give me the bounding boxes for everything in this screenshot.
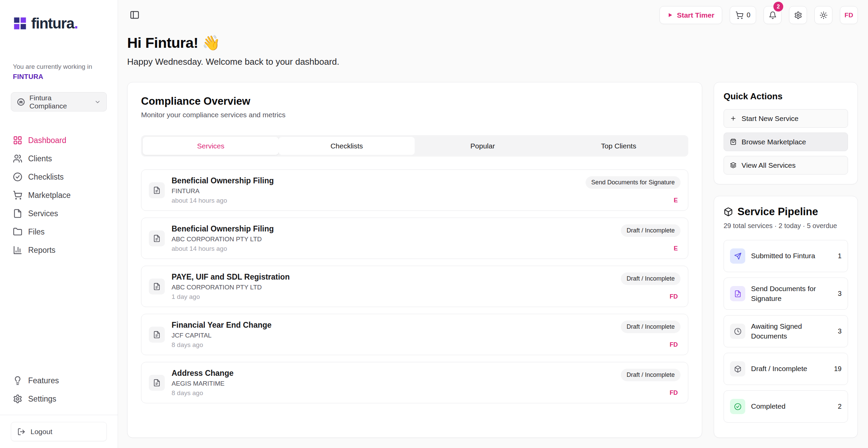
status-badge: Send Documents for Signature bbox=[586, 176, 680, 189]
cart-count: 0 bbox=[747, 11, 750, 19]
sidebar-item-checklists[interactable]: Checklists bbox=[11, 168, 107, 186]
chevron-down-icon bbox=[94, 99, 101, 105]
sidebar-toggle-button[interactable] bbox=[127, 7, 142, 22]
stage-completed[interactable]: Completed 2 bbox=[724, 390, 848, 423]
sidebar-item-settings[interactable]: Settings bbox=[11, 390, 107, 408]
sidebar-item-marketplace[interactable]: Marketplace bbox=[11, 186, 107, 204]
service-name: Financial Year End Change bbox=[172, 321, 621, 330]
sidebar-item-services[interactable]: Services bbox=[11, 204, 107, 223]
service-info: Address Change AEGIS MARITIME 8 days ago bbox=[172, 369, 621, 397]
services-list: Beneficial Ownership Filing FINTURA abou… bbox=[141, 169, 688, 403]
service-client: JCF CAPITAL bbox=[172, 332, 621, 339]
stage-count: 19 bbox=[834, 365, 842, 373]
file-signature-icon bbox=[730, 286, 745, 301]
org-selector[interactable]: Fintura Compliance bbox=[11, 92, 107, 111]
sidebar-item-label: Dashboard bbox=[28, 136, 66, 145]
action-label: Browse Marketplace bbox=[742, 138, 806, 146]
service-client: ABC CORPORATION PTY LTD bbox=[172, 284, 621, 291]
logout-button[interactable]: Logout bbox=[11, 422, 107, 441]
assignee-initials: E bbox=[674, 245, 680, 252]
folder-icon bbox=[13, 227, 22, 237]
stage-send-documents[interactable]: Send Documents for Signature 3 bbox=[724, 278, 848, 310]
browse-marketplace-button[interactable]: Browse Marketplace bbox=[724, 133, 848, 151]
file-text-icon bbox=[149, 375, 165, 391]
view-all-services-button[interactable]: View All Services bbox=[724, 156, 848, 175]
shopping-bag-icon bbox=[730, 139, 736, 145]
service-meta: Draft / Incomplete FD bbox=[621, 368, 680, 397]
brand-wordmark: fintura. bbox=[31, 15, 78, 32]
file-text-icon bbox=[149, 279, 165, 294]
sidebar-item-reports[interactable]: Reports bbox=[11, 241, 107, 259]
service-row[interactable]: Address Change AEGIS MARITIME 8 days ago… bbox=[141, 362, 688, 403]
start-timer-button[interactable]: Start Timer bbox=[659, 6, 722, 24]
lightbulb-icon bbox=[13, 376, 22, 385]
stage-awaiting-signed[interactable]: Awaiting Signed Documents 3 bbox=[724, 315, 848, 347]
org-selector-value: Fintura Compliance bbox=[29, 94, 91, 110]
service-row[interactable]: Beneficial Ownership Filing ABC CORPORAT… bbox=[141, 218, 688, 259]
pipeline-stages: Submitted to Fintura 1 Send Documents fo… bbox=[724, 240, 848, 423]
package-icon bbox=[724, 207, 733, 217]
assignee-initials: FD bbox=[670, 341, 680, 348]
service-time: 8 days ago bbox=[172, 389, 621, 397]
service-name: PAYE, UIF and SDL Registration bbox=[172, 272, 621, 282]
layers-icon bbox=[730, 162, 736, 168]
action-label: View All Services bbox=[742, 161, 796, 169]
service-time: 8 days ago bbox=[172, 341, 621, 349]
cart-button[interactable]: 0 bbox=[730, 6, 756, 24]
tab-popular[interactable]: Popular bbox=[415, 137, 551, 155]
sidebar-item-dashboard[interactable]: Dashboard bbox=[11, 131, 107, 149]
send-icon bbox=[730, 248, 745, 264]
theme-toggle-button[interactable] bbox=[814, 6, 832, 24]
sidebar-item-label: Clients bbox=[28, 154, 52, 163]
panel-left-icon bbox=[130, 10, 140, 20]
file-icon bbox=[13, 209, 22, 218]
sidebar-item-clients[interactable]: Clients bbox=[11, 149, 107, 168]
page-subtitle: Happy Wednesday. Welcome back to your da… bbox=[127, 57, 858, 67]
stage-count: 1 bbox=[838, 252, 842, 260]
tab-top-clients[interactable]: Top Clients bbox=[551, 137, 687, 155]
assignee-initials: FD bbox=[670, 293, 680, 300]
tab-checklists[interactable]: Checklists bbox=[279, 137, 415, 155]
sidebar-item-features[interactable]: Features bbox=[11, 371, 107, 390]
service-meta: Draft / Incomplete E bbox=[621, 224, 680, 253]
dashboard-grid-icon bbox=[13, 136, 22, 145]
stage-draft-incomplete[interactable]: Draft / Incomplete 19 bbox=[724, 353, 848, 385]
status-badge: Draft / Incomplete bbox=[621, 369, 680, 381]
stage-count: 3 bbox=[838, 290, 842, 298]
gear-icon bbox=[794, 11, 802, 19]
sidebar-item-label: Services bbox=[28, 209, 58, 218]
stage-label: Send Documents for Signature bbox=[751, 284, 819, 303]
service-info: Beneficial Ownership Filing ABC CORPORAT… bbox=[172, 224, 621, 252]
notification-badge: 2 bbox=[773, 2, 783, 12]
service-row[interactable]: Financial Year End Change JCF CAPITAL 8 … bbox=[141, 314, 688, 355]
compliance-overview-card: Compliance Overview Monitor your complia… bbox=[127, 82, 702, 438]
workspace-label: You are currently working in bbox=[13, 63, 107, 70]
sidebar-item-label: Marketplace bbox=[28, 191, 71, 200]
stage-count: 2 bbox=[838, 403, 842, 410]
quick-actions-card: Quick Actions Start New Service Browse M… bbox=[714, 82, 858, 184]
status-badge: Draft / Incomplete bbox=[621, 224, 680, 237]
pipeline-title: Service Pipeline bbox=[737, 206, 818, 218]
gear-icon bbox=[13, 394, 22, 404]
settings-button[interactable] bbox=[789, 6, 807, 24]
start-new-service-button[interactable]: Start New Service bbox=[724, 109, 848, 128]
service-meta: Send Documents for Signature E bbox=[586, 176, 680, 205]
organization-icon bbox=[17, 98, 25, 106]
service-client: ABC CORPORATION PTY LTD bbox=[172, 236, 621, 243]
service-name: Address Change bbox=[172, 369, 621, 378]
page-greeting: Hi Fintura! 👋 bbox=[127, 34, 858, 51]
sidebar-item-label: Settings bbox=[28, 394, 56, 404]
sidebar-bottom: Features Settings Logout bbox=[11, 371, 107, 441]
status-badge: Draft / Incomplete bbox=[621, 321, 680, 333]
stage-submitted[interactable]: Submitted to Fintura 1 bbox=[724, 240, 848, 272]
service-time: about 14 hours ago bbox=[172, 245, 621, 252]
bar-chart-icon bbox=[13, 245, 22, 255]
check-circle-icon bbox=[13, 172, 22, 182]
brand-logo[interactable]: fintura. bbox=[11, 15, 107, 32]
tab-services[interactable]: Services bbox=[143, 137, 279, 155]
service-row[interactable]: PAYE, UIF and SDL Registration ABC CORPO… bbox=[141, 266, 688, 307]
service-row[interactable]: Beneficial Ownership Filing FINTURA abou… bbox=[141, 169, 688, 211]
service-name: Beneficial Ownership Filing bbox=[172, 224, 621, 233]
avatar[interactable]: FD bbox=[840, 6, 858, 24]
sidebar-item-files[interactable]: Files bbox=[11, 223, 107, 241]
